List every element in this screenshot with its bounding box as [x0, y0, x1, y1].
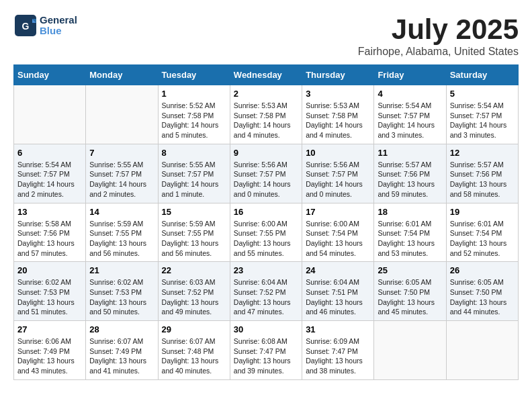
column-header-saturday: Saturday — [446, 65, 518, 85]
day-info: Sunrise: 6:01 AM Sunset: 7:54 PM Dayligh… — [450, 219, 515, 259]
day-number: 3 — [306, 89, 370, 99]
day-number: 17 — [306, 207, 370, 217]
day-cell — [446, 321, 518, 380]
logo: G General Blue — [13, 13, 77, 38]
day-info: Sunrise: 5:58 AM Sunset: 7:56 PM Dayligh… — [17, 219, 82, 259]
day-info: Sunrise: 5:54 AM Sunset: 7:57 PM Dayligh… — [378, 101, 442, 140]
day-cell: 18Sunrise: 6:01 AM Sunset: 7:54 PM Dayli… — [374, 203, 446, 262]
day-info: Sunrise: 5:54 AM Sunset: 7:57 PM Dayligh… — [450, 101, 515, 140]
day-cell: 1Sunrise: 5:52 AM Sunset: 7:58 PM Daylig… — [158, 85, 230, 144]
week-row-1: 1Sunrise: 5:52 AM Sunset: 7:58 PM Daylig… — [14, 85, 519, 144]
logo-icon: G — [13, 13, 38, 38]
day-info: Sunrise: 6:05 AM Sunset: 7:50 PM Dayligh… — [450, 277, 515, 317]
day-info: Sunrise: 5:56 AM Sunset: 7:57 PM Dayligh… — [306, 160, 370, 199]
day-info: Sunrise: 5:53 AM Sunset: 7:58 PM Dayligh… — [306, 101, 370, 140]
day-number: 8 — [162, 148, 226, 158]
day-number: 11 — [378, 148, 442, 158]
day-info: Sunrise: 6:04 AM Sunset: 7:52 PM Dayligh… — [234, 277, 298, 317]
day-info: Sunrise: 5:57 AM Sunset: 7:56 PM Dayligh… — [450, 160, 515, 199]
day-info: Sunrise: 5:59 AM Sunset: 7:55 PM Dayligh… — [162, 219, 226, 259]
day-number: 20 — [17, 265, 82, 275]
day-cell: 11Sunrise: 5:57 AM Sunset: 7:56 PM Dayli… — [374, 144, 446, 203]
logo-blue: Blue — [40, 26, 77, 37]
day-cell: 28Sunrise: 6:07 AM Sunset: 7:49 PM Dayli… — [86, 321, 158, 380]
day-info: Sunrise: 6:09 AM Sunset: 7:47 PM Dayligh… — [306, 336, 370, 376]
day-info: Sunrise: 5:55 AM Sunset: 7:57 PM Dayligh… — [89, 160, 154, 199]
day-info: Sunrise: 6:00 AM Sunset: 7:54 PM Dayligh… — [306, 219, 370, 259]
day-cell: 7Sunrise: 5:55 AM Sunset: 7:57 PM Daylig… — [86, 144, 158, 203]
day-number: 4 — [378, 89, 442, 99]
day-number: 5 — [450, 89, 515, 99]
day-number: 23 — [234, 265, 298, 275]
day-number: 7 — [89, 148, 154, 158]
day-info: Sunrise: 6:05 AM Sunset: 7:50 PM Dayligh… — [378, 277, 442, 317]
day-cell: 31Sunrise: 6:09 AM Sunset: 7:47 PM Dayli… — [302, 321, 374, 380]
day-cell: 5Sunrise: 5:54 AM Sunset: 7:57 PM Daylig… — [446, 85, 518, 144]
day-info: Sunrise: 6:02 AM Sunset: 7:53 PM Dayligh… — [89, 277, 154, 317]
day-cell: 26Sunrise: 6:05 AM Sunset: 7:50 PM Dayli… — [446, 262, 518, 321]
day-cell: 16Sunrise: 6:00 AM Sunset: 7:55 PM Dayli… — [230, 203, 302, 262]
day-cell: 22Sunrise: 6:03 AM Sunset: 7:52 PM Dayli… — [158, 262, 230, 321]
week-row-5: 27Sunrise: 6:06 AM Sunset: 7:49 PM Dayli… — [14, 321, 519, 380]
day-number: 14 — [89, 207, 154, 217]
day-info: Sunrise: 6:01 AM Sunset: 7:54 PM Dayligh… — [378, 219, 442, 259]
title-block: July 2025 Fairhope, Alabama, United Stat… — [358, 13, 519, 58]
day-cell: 12Sunrise: 5:57 AM Sunset: 7:56 PM Dayli… — [446, 144, 518, 203]
day-info: Sunrise: 6:07 AM Sunset: 7:48 PM Dayligh… — [162, 336, 226, 376]
day-info: Sunrise: 5:53 AM Sunset: 7:58 PM Dayligh… — [234, 101, 298, 140]
column-header-monday: Monday — [86, 65, 158, 85]
location: Fairhope, Alabama, United States — [358, 46, 519, 58]
day-number: 12 — [450, 148, 515, 158]
day-info: Sunrise: 5:55 AM Sunset: 7:57 PM Dayligh… — [162, 160, 226, 199]
day-cell: 24Sunrise: 6:04 AM Sunset: 7:51 PM Dayli… — [302, 262, 374, 321]
day-cell: 21Sunrise: 6:02 AM Sunset: 7:53 PM Dayli… — [86, 262, 158, 321]
day-cell: 13Sunrise: 5:58 AM Sunset: 7:56 PM Dayli… — [14, 203, 86, 262]
day-cell: 3Sunrise: 5:53 AM Sunset: 7:58 PM Daylig… — [302, 85, 374, 144]
day-number: 21 — [89, 265, 154, 275]
logo-general: General — [40, 15, 77, 26]
day-number: 19 — [450, 207, 515, 217]
day-info: Sunrise: 6:02 AM Sunset: 7:53 PM Dayligh… — [17, 277, 82, 317]
day-info: Sunrise: 6:06 AM Sunset: 7:49 PM Dayligh… — [17, 336, 82, 376]
week-row-2: 6Sunrise: 5:54 AM Sunset: 7:57 PM Daylig… — [14, 144, 519, 203]
day-info: Sunrise: 5:52 AM Sunset: 7:58 PM Dayligh… — [162, 101, 226, 140]
calendar-header: SundayMondayTuesdayWednesdayThursdayFrid… — [14, 65, 519, 85]
day-number: 30 — [234, 324, 298, 334]
day-info: Sunrise: 5:57 AM Sunset: 7:56 PM Dayligh… — [378, 160, 442, 199]
column-header-friday: Friday — [374, 65, 446, 85]
day-info: Sunrise: 6:03 AM Sunset: 7:52 PM Dayligh… — [162, 277, 226, 317]
day-cell — [374, 321, 446, 380]
day-number: 2 — [234, 89, 298, 99]
day-info: Sunrise: 6:04 AM Sunset: 7:51 PM Dayligh… — [306, 277, 370, 317]
day-cell: 27Sunrise: 6:06 AM Sunset: 7:49 PM Dayli… — [14, 321, 86, 380]
day-number: 16 — [234, 207, 298, 217]
calendar-table: SundayMondayTuesdayWednesdayThursdayFrid… — [13, 64, 519, 380]
day-cell: 10Sunrise: 5:56 AM Sunset: 7:57 PM Dayli… — [302, 144, 374, 203]
svg-text:G: G — [22, 21, 30, 32]
column-header-wednesday: Wednesday — [230, 65, 302, 85]
day-number: 25 — [378, 265, 442, 275]
day-info: Sunrise: 6:07 AM Sunset: 7:49 PM Dayligh… — [89, 336, 154, 376]
day-cell: 25Sunrise: 6:05 AM Sunset: 7:50 PM Dayli… — [374, 262, 446, 321]
page-header: G General Blue July 2025 Fairhope, Alaba… — [13, 13, 519, 58]
day-cell: 29Sunrise: 6:07 AM Sunset: 7:48 PM Dayli… — [158, 321, 230, 380]
day-number: 26 — [450, 265, 515, 275]
day-cell: 9Sunrise: 5:56 AM Sunset: 7:57 PM Daylig… — [230, 144, 302, 203]
week-row-3: 13Sunrise: 5:58 AM Sunset: 7:56 PM Dayli… — [14, 203, 519, 262]
day-number: 13 — [17, 207, 82, 217]
day-cell: 6Sunrise: 5:54 AM Sunset: 7:57 PM Daylig… — [14, 144, 86, 203]
day-cell: 14Sunrise: 5:59 AM Sunset: 7:55 PM Dayli… — [86, 203, 158, 262]
day-cell: 23Sunrise: 6:04 AM Sunset: 7:52 PM Dayli… — [230, 262, 302, 321]
day-cell: 8Sunrise: 5:55 AM Sunset: 7:57 PM Daylig… — [158, 144, 230, 203]
day-cell: 17Sunrise: 6:00 AM Sunset: 7:54 PM Dayli… — [302, 203, 374, 262]
day-number: 22 — [162, 265, 226, 275]
week-row-4: 20Sunrise: 6:02 AM Sunset: 7:53 PM Dayli… — [14, 262, 519, 321]
day-number: 28 — [89, 324, 154, 334]
day-cell — [86, 85, 158, 144]
day-cell: 30Sunrise: 6:08 AM Sunset: 7:47 PM Dayli… — [230, 321, 302, 380]
day-number: 31 — [306, 324, 370, 334]
column-header-sunday: Sunday — [14, 65, 86, 85]
column-header-thursday: Thursday — [302, 65, 374, 85]
month-title: July 2025 — [358, 13, 519, 46]
column-header-tuesday: Tuesday — [158, 65, 230, 85]
